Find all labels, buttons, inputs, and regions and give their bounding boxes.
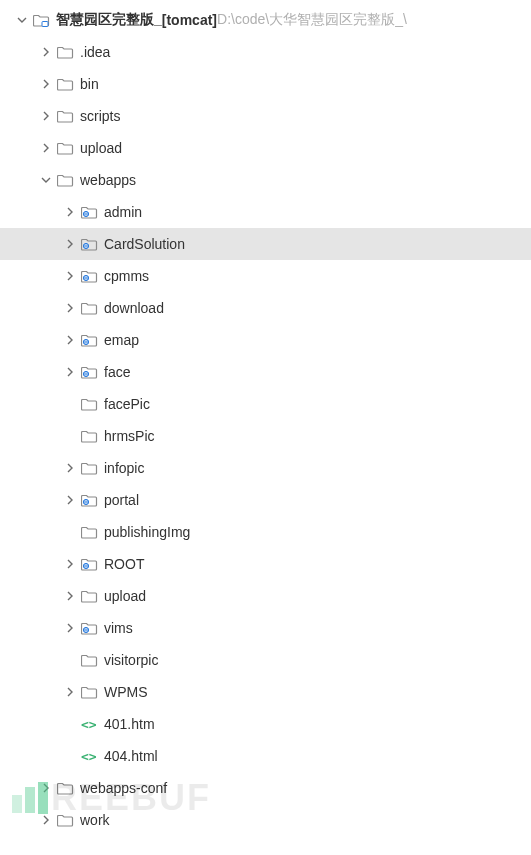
tree-node-label: webapps-conf xyxy=(80,780,167,796)
folder-icon xyxy=(80,523,98,541)
tree-node-label: infopic xyxy=(104,460,144,476)
tree-node-label: cpmms xyxy=(104,268,149,284)
svg-rect-0 xyxy=(42,21,48,26)
svg-text:<>: <> xyxy=(81,717,97,732)
tree-row[interactable]: face xyxy=(0,356,531,388)
tree-node-label: upload xyxy=(80,140,122,156)
chevron-right-icon[interactable] xyxy=(38,76,54,92)
web-folder-icon xyxy=(80,267,98,285)
folder-icon xyxy=(80,395,98,413)
tree-node-label: 智慧园区完整版_ xyxy=(56,11,162,29)
folder-icon xyxy=(56,75,74,93)
tree-node-label: webapps xyxy=(80,172,136,188)
chevron-right-icon[interactable] xyxy=(62,332,78,348)
chevron-right-icon[interactable] xyxy=(62,492,78,508)
tree-row[interactable]: .idea xyxy=(0,36,531,68)
tree-row[interactable]: portal xyxy=(0,484,531,516)
project-tag: [tomcat] xyxy=(162,12,217,28)
folder-icon xyxy=(80,587,98,605)
tree-row[interactable]: bin xyxy=(0,68,531,100)
folder-icon xyxy=(80,299,98,317)
tree-row[interactable]: admin xyxy=(0,196,531,228)
chevron-right-icon[interactable] xyxy=(62,588,78,604)
web-folder-icon xyxy=(80,331,98,349)
web-folder-icon xyxy=(80,203,98,221)
folder-icon xyxy=(80,459,98,477)
html-file-icon: <> xyxy=(80,747,98,765)
folder-icon xyxy=(56,171,74,189)
tree-node-label: portal xyxy=(104,492,139,508)
tree-node-label: hrmsPic xyxy=(104,428,155,444)
chevron-right-icon[interactable] xyxy=(62,204,78,220)
tree-row[interactable]: cpmms xyxy=(0,260,531,292)
tree-row[interactable]: <>401.htm xyxy=(0,708,531,740)
web-folder-icon xyxy=(80,363,98,381)
folder-icon xyxy=(56,811,74,829)
folder-icon xyxy=(56,139,74,157)
tree-row[interactable]: publishingImg xyxy=(0,516,531,548)
chevron-right-icon[interactable] xyxy=(38,108,54,124)
folder-icon xyxy=(80,651,98,669)
chevron-right-icon[interactable] xyxy=(62,300,78,316)
tree-node-label: ROOT xyxy=(104,556,144,572)
tree-row[interactable]: upload xyxy=(0,132,531,164)
chevron-right-icon[interactable] xyxy=(62,236,78,252)
chevron-down-icon[interactable] xyxy=(38,172,54,188)
chevron-right-icon[interactable] xyxy=(38,44,54,60)
html-file-icon: <> xyxy=(80,715,98,733)
web-folder-icon xyxy=(80,619,98,637)
tree-row[interactable]: CardSolution xyxy=(0,228,531,260)
tree-row[interactable]: <>404.html xyxy=(0,740,531,772)
project-folder-icon xyxy=(32,11,50,29)
tree-row[interactable]: WPMS xyxy=(0,676,531,708)
tree-node-label: WPMS xyxy=(104,684,148,700)
web-folder-icon xyxy=(80,235,98,253)
tree-row[interactable]: visitorpic xyxy=(0,644,531,676)
chevron-right-icon[interactable] xyxy=(38,780,54,796)
chevron-right-icon[interactable] xyxy=(62,556,78,572)
tree-node-label: bin xyxy=(80,76,99,92)
folder-icon xyxy=(56,107,74,125)
chevron-right-icon[interactable] xyxy=(38,812,54,828)
tree-row[interactable]: work xyxy=(0,804,531,836)
tree-row[interactable]: ROOT xyxy=(0,548,531,580)
tree-row[interactable]: webapps xyxy=(0,164,531,196)
web-folder-icon xyxy=(80,491,98,509)
tree-node-label: emap xyxy=(104,332,139,348)
tree-node-label: admin xyxy=(104,204,142,220)
chevron-right-icon[interactable] xyxy=(62,620,78,636)
chevron-right-icon[interactable] xyxy=(62,460,78,476)
folder-icon xyxy=(56,779,74,797)
tree-row[interactable]: upload xyxy=(0,580,531,612)
chevron-right-icon[interactable] xyxy=(62,268,78,284)
tree-node-label: CardSolution xyxy=(104,236,185,252)
folder-icon xyxy=(56,43,74,61)
tree-node-label: 401.htm xyxy=(104,716,155,732)
tree-node-label: scripts xyxy=(80,108,120,124)
tree-row[interactable]: 智慧园区完整版_ [tomcat] D:\code\大华智慧园区完整版_\ xyxy=(0,4,531,36)
chevron-down-icon[interactable] xyxy=(14,12,30,28)
tree-node-label: visitorpic xyxy=(104,652,158,668)
tree-row[interactable]: hrmsPic xyxy=(0,420,531,452)
tree-row[interactable]: download xyxy=(0,292,531,324)
tree-node-label: download xyxy=(104,300,164,316)
chevron-right-icon[interactable] xyxy=(62,364,78,380)
tree-row[interactable]: scripts xyxy=(0,100,531,132)
tree-node-label: vims xyxy=(104,620,133,636)
tree-row[interactable]: facePic xyxy=(0,388,531,420)
project-path: D:\code\大华智慧园区完整版_\ xyxy=(217,11,407,29)
chevron-right-icon[interactable] xyxy=(38,140,54,156)
tree-node-label: work xyxy=(80,812,110,828)
chevron-right-icon[interactable] xyxy=(62,684,78,700)
tree-row[interactable]: vims xyxy=(0,612,531,644)
tree-row[interactable]: webapps-conf xyxy=(0,772,531,804)
tree-row[interactable]: emap xyxy=(0,324,531,356)
tree-node-label: .idea xyxy=(80,44,110,60)
tree-node-label: face xyxy=(104,364,130,380)
tree-node-label: facePic xyxy=(104,396,150,412)
tree-node-label: upload xyxy=(104,588,146,604)
tree-row[interactable]: infopic xyxy=(0,452,531,484)
tree-node-label: publishingImg xyxy=(104,524,190,540)
web-folder-icon xyxy=(80,555,98,573)
project-tree[interactable]: 智慧园区完整版_ [tomcat] D:\code\大华智慧园区完整版_\.id… xyxy=(0,0,531,836)
